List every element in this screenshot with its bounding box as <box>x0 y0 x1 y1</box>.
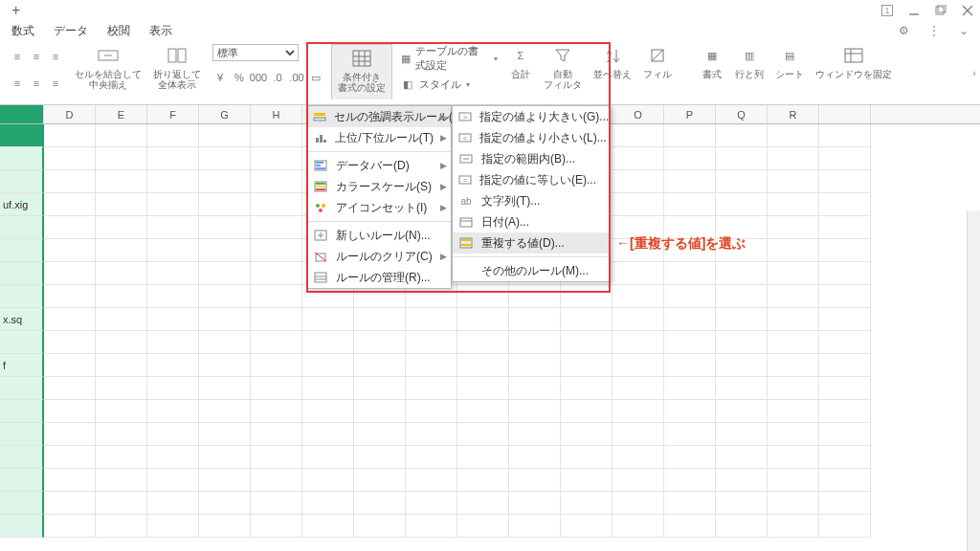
grid-cell[interactable] <box>509 377 561 400</box>
grid-cell[interactable] <box>354 400 406 423</box>
grid-cell[interactable] <box>561 469 612 492</box>
dec-inc-icon[interactable]: .0 <box>270 70 285 85</box>
grid-cell[interactable] <box>819 492 871 515</box>
grid-cell[interactable] <box>354 377 406 400</box>
grid-cell[interactable] <box>96 308 147 331</box>
col-G[interactable]: G <box>199 105 251 123</box>
col-O[interactable]: O <box>612 105 664 123</box>
grid-cell[interactable] <box>819 400 871 423</box>
grid-cell[interactable] <box>147 262 199 285</box>
grid-cell[interactable] <box>44 170 96 193</box>
grid-cell[interactable] <box>199 193 251 216</box>
grid-cell[interactable] <box>509 308 561 331</box>
grid-cell[interactable] <box>819 423 871 446</box>
row-first-cell[interactable] <box>0 216 44 239</box>
grid-cell[interactable] <box>251 216 302 239</box>
hlmenu-dup[interactable]: 重複する値(D)... <box>453 232 610 253</box>
grid-cell[interactable] <box>819 308 871 331</box>
hlmenu-text[interactable]: ab文字列(T)... <box>453 190 610 211</box>
grid-cell[interactable] <box>199 423 251 446</box>
grid-cell[interactable] <box>509 285 561 308</box>
grid-cell[interactable] <box>457 515 509 538</box>
row-first-cell[interactable] <box>0 124 44 147</box>
grid-cell[interactable] <box>664 377 716 400</box>
grid-cell[interactable] <box>44 216 96 239</box>
grid-cell[interactable] <box>612 285 664 308</box>
grid-cell[interactable] <box>251 331 302 354</box>
grid-cell[interactable] <box>199 354 251 377</box>
grid-cell[interactable] <box>147 400 199 423</box>
row-first-cell[interactable] <box>0 377 44 400</box>
grid-cell[interactable] <box>44 285 96 308</box>
grid-cell[interactable] <box>251 147 302 170</box>
grid-cell[interactable] <box>716 377 768 400</box>
filter-button[interactable]: 自動 フィルタ <box>540 44 586 99</box>
grid-cell[interactable] <box>509 515 561 538</box>
outdent-icon[interactable]: ≡ <box>10 49 25 64</box>
grid-cell[interactable] <box>561 308 612 331</box>
menu-view[interactable]: 表示 <box>149 23 172 39</box>
grid-cell[interactable] <box>612 400 664 423</box>
row-first-cell[interactable]: uf.xig <box>0 193 44 216</box>
grid-cell[interactable] <box>561 423 612 446</box>
grid-cell[interactable] <box>664 262 716 285</box>
grid-cell[interactable] <box>147 492 199 515</box>
grid-cell[interactable] <box>406 400 457 423</box>
condmenu-newrule[interactable]: 新しいルール(N)... <box>307 225 451 246</box>
grid-cell[interactable] <box>716 262 768 285</box>
settings-icon[interactable]: ⚙ <box>899 24 909 37</box>
indent2-icon[interactable]: ≡ <box>48 49 63 64</box>
grid-cell[interactable] <box>457 469 509 492</box>
row-first-cell[interactable] <box>0 446 44 469</box>
grid-cell[interactable] <box>819 285 871 308</box>
grid-cell[interactable] <box>302 446 354 469</box>
grid-cell[interactable] <box>406 492 457 515</box>
condmenu-manage[interactable]: ルールの管理(R)... <box>307 267 451 288</box>
grid-cell[interactable] <box>561 354 612 377</box>
hlmenu-eq[interactable]: =指定の値に等しい(E)... <box>453 169 610 190</box>
grid-cell[interactable] <box>406 446 457 469</box>
grid-cell[interactable] <box>96 515 147 538</box>
grid-cell[interactable] <box>664 308 716 331</box>
grid-cell[interactable] <box>457 446 509 469</box>
col-H[interactable]: H <box>251 105 302 123</box>
col-Q[interactable]: Q <box>716 105 768 123</box>
grid-cell[interactable] <box>716 193 768 216</box>
row-first-cell[interactable] <box>0 469 44 492</box>
grid-cell[interactable] <box>96 469 147 492</box>
grid-cell[interactable] <box>664 400 716 423</box>
cell-style-button[interactable]: ◧ スタイル▾ <box>400 77 470 92</box>
row-first-cell[interactable] <box>0 147 44 170</box>
grid-cell[interactable] <box>251 308 302 331</box>
grid-cell[interactable] <box>768 492 819 515</box>
grid-cell[interactable] <box>768 515 819 538</box>
grid-cell[interactable] <box>457 492 509 515</box>
indent-icon[interactable]: ≡ <box>29 49 44 64</box>
grid-cell[interactable] <box>406 331 457 354</box>
grid-cell[interactable] <box>147 308 199 331</box>
grid-cell[interactable] <box>561 377 612 400</box>
grid-cell[interactable] <box>716 423 768 446</box>
grid-cell[interactable] <box>768 308 819 331</box>
row-first-cell[interactable] <box>0 515 44 538</box>
grid-cell[interactable] <box>251 469 302 492</box>
row-first-cell[interactable] <box>0 170 44 193</box>
format-more-icon[interactable]: ▭ <box>308 70 323 85</box>
wrap-group[interactable]: 折り返して 全体表示 <box>149 44 205 99</box>
menu-formula[interactable]: 数式 <box>11 23 34 39</box>
grid-cell[interactable] <box>147 354 199 377</box>
grid-cell[interactable] <box>716 331 768 354</box>
grid-cell[interactable] <box>199 285 251 308</box>
grid-cell[interactable] <box>664 354 716 377</box>
grid-cell[interactable] <box>664 193 716 216</box>
grid-cell[interactable] <box>96 147 147 170</box>
grid-cell[interactable] <box>561 331 612 354</box>
grid-cell[interactable] <box>302 377 354 400</box>
close-button[interactable] <box>961 4 974 17</box>
grid-cell[interactable] <box>819 446 871 469</box>
collapse-ribbon-icon[interactable]: ⌄ <box>959 24 969 37</box>
grid-cell[interactable] <box>406 423 457 446</box>
freeze-button[interactable]: ウィンドウを固定 <box>812 44 896 99</box>
condmenu-clear[interactable]: ルールのクリア(C)▶ <box>307 246 451 267</box>
grid-cell[interactable] <box>819 124 871 147</box>
